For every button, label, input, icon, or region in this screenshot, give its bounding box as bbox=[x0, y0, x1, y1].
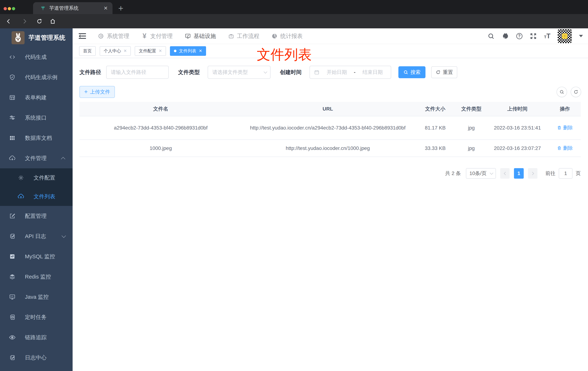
page-unit-label: 页 bbox=[576, 170, 581, 177]
nav-system-management[interactable]: 系统管理 bbox=[98, 32, 129, 40]
calendar-icon bbox=[314, 69, 320, 75]
filter-form: 文件路径 文件类型 请选择文件类型 创建时间 开始日期 - 结束日期 搜索 重置 bbox=[79, 66, 588, 79]
tag-close-icon[interactable]: ✕ bbox=[158, 49, 162, 53]
cell-file-name: 1000.jpeg bbox=[79, 145, 242, 151]
cell-url: http://test.yudao.iocoder.cn/1000.jpeg bbox=[242, 144, 414, 152]
file-path-label: 文件路径 bbox=[79, 69, 101, 76]
table-row: a294ecb2-73dd-4353-bf40-296b8931d0bf htt… bbox=[79, 116, 581, 140]
avatar-dropdown-caret-icon[interactable] bbox=[579, 35, 583, 37]
file-table: 文件名 URL 文件大小 文件类型 上传时间 操作 a294ecb2-73dd-… bbox=[79, 102, 581, 157]
sidebar-item-mysql-monitor[interactable]: MySQL 监控 bbox=[0, 246, 73, 267]
sidebar-item-api-log[interactable]: API 日志 bbox=[0, 226, 73, 246]
next-page-button[interactable] bbox=[528, 168, 537, 179]
cell-upload-time: 2022-03-16 23:51:41 bbox=[486, 125, 549, 131]
fullscreen-icon[interactable] bbox=[530, 32, 537, 40]
new-tab-button[interactable]: + bbox=[118, 3, 123, 13]
user-avatar-qr[interactable]: ⚡ bbox=[558, 29, 572, 43]
sidebar-item-java-monitor[interactable]: Java 监控 bbox=[0, 287, 73, 307]
file-path-input[interactable] bbox=[106, 66, 168, 78]
yen-icon: ¥ bbox=[141, 33, 148, 39]
table-row: 1000.jpeg http://test.yudao.iocoder.cn/1… bbox=[79, 140, 581, 157]
tag-close-icon[interactable]: ✕ bbox=[199, 49, 202, 53]
end-date-placeholder[interactable]: 结束日期 bbox=[358, 69, 387, 76]
chevron-up-icon bbox=[61, 157, 65, 161]
help-icon[interactable]: ? bbox=[516, 33, 523, 39]
cell-file-size: 33.33 KB bbox=[414, 145, 457, 151]
browser-tab-title: 芋道管理系统 bbox=[49, 5, 104, 11]
goto-page-input[interactable] bbox=[559, 168, 572, 179]
sidebar-item-file-list[interactable]: 文件列表 bbox=[0, 187, 73, 206]
pie-chart-icon bbox=[271, 33, 278, 39]
file-type-select[interactable]: 请选择文件类型 bbox=[208, 66, 271, 79]
date-range-picker[interactable]: 开始日期 - 结束日期 bbox=[310, 66, 391, 79]
reset-button[interactable]: 重置 bbox=[431, 66, 457, 78]
tag-profile[interactable]: 个人中心✕ bbox=[100, 46, 131, 56]
cell-file-size: 81.17 KB bbox=[414, 125, 457, 131]
table-toolbar: + 上传文件 bbox=[79, 86, 581, 98]
upload-file-button[interactable]: + 上传文件 bbox=[79, 86, 115, 98]
app-logo[interactable]: 芋道管理系统 bbox=[0, 28, 73, 47]
nav-payment-management[interactable]: ¥ 支付管理 bbox=[141, 32, 173, 40]
nav-infrastructure[interactable]: 基础设施 bbox=[185, 32, 216, 40]
col-file-size: 文件大小 bbox=[414, 106, 457, 112]
col-url: URL bbox=[242, 106, 414, 112]
sidebar-item-system-api[interactable]: 系统接口 bbox=[0, 108, 73, 128]
back-button[interactable] bbox=[3, 14, 14, 28]
nav-workflow[interactable]: 工作流程 bbox=[228, 32, 259, 40]
browser-tab[interactable]: 芋道管理系统 ✕ bbox=[33, 2, 113, 14]
sidebar-item-config-management[interactable]: 配置管理 bbox=[0, 206, 73, 226]
sidebar-item-code-example[interactable]: 代码生成示例 bbox=[0, 67, 73, 87]
refresh-table-button[interactable] bbox=[571, 87, 581, 97]
home-button[interactable] bbox=[47, 14, 58, 28]
chevron-down-icon bbox=[62, 233, 66, 238]
gear-icon bbox=[17, 174, 25, 182]
delete-button[interactable]: 删除 bbox=[557, 145, 573, 151]
sidebar-item-form-builder[interactable]: 表单构建 bbox=[0, 87, 73, 108]
pagination: 共 2 条 10条/页 1 前往 页 bbox=[73, 168, 581, 179]
start-date-placeholder[interactable]: 开始日期 bbox=[323, 69, 351, 76]
search-button[interactable]: 搜索 bbox=[398, 66, 425, 78]
sidebar-item-scheduled-tasks[interactable]: 定时任务 bbox=[0, 307, 73, 327]
sidebar-item-redis-monitor[interactable]: Redis 监控 bbox=[0, 267, 73, 287]
browser-tab-strip: 芋道管理系统 ✕ + bbox=[0, 0, 588, 14]
minimize-window-button[interactable] bbox=[8, 7, 11, 10]
search-icon[interactable] bbox=[487, 32, 495, 40]
sidebar-item-file-config[interactable]: 文件配置 bbox=[0, 168, 73, 187]
sidebar-item-file-management[interactable]: 文件管理 bbox=[0, 148, 73, 168]
cloud-upload-icon bbox=[17, 192, 25, 201]
sidebar: 芋道管理系统 代码生成 代码生成示例 表单构建 系统接口 数据库文档 文件管理 … bbox=[0, 28, 73, 371]
toggle-search-button[interactable] bbox=[556, 87, 567, 97]
current-page-button[interactable]: 1 bbox=[514, 168, 524, 179]
zoom-window-button[interactable] bbox=[12, 7, 15, 10]
forward-button[interactable] bbox=[19, 14, 30, 28]
tag-home[interactable]: 首页 bbox=[79, 46, 96, 56]
text-size-icon[interactable]: TT bbox=[544, 32, 550, 40]
tag-file-list[interactable]: 文件列表✕ bbox=[170, 46, 206, 56]
select-caret-icon bbox=[490, 171, 493, 175]
sidebar-item-tracing[interactable]: 链路追踪 bbox=[0, 327, 73, 348]
red-annotation-text: 文件列表 bbox=[257, 45, 312, 64]
clock-log-icon bbox=[8, 313, 16, 321]
page-size-select[interactable]: 10条/页 bbox=[466, 168, 496, 179]
create-time-label: 创建时间 bbox=[280, 69, 302, 76]
reload-button[interactable] bbox=[34, 14, 45, 28]
tag-close-icon[interactable]: ✕ bbox=[124, 49, 127, 53]
sidebar-item-db-docs[interactable]: 数据库文档 bbox=[0, 128, 73, 148]
delete-button[interactable]: 删除 bbox=[557, 125, 573, 131]
app-title: 芋道管理系统 bbox=[29, 34, 65, 42]
sidebar-collapse-icon[interactable] bbox=[79, 32, 87, 40]
monitor-wave-icon bbox=[8, 253, 16, 260]
close-window-button[interactable] bbox=[4, 7, 7, 10]
tag-file-config[interactable]: 文件配置✕ bbox=[135, 46, 166, 56]
database-table-icon bbox=[8, 134, 16, 142]
prev-page-button[interactable] bbox=[500, 168, 510, 179]
shield-check-icon bbox=[8, 73, 16, 81]
github-icon[interactable] bbox=[502, 32, 509, 40]
sidebar-item-log-center[interactable]: 日志中心 bbox=[0, 348, 73, 368]
app-header: 系统管理 ¥ 支付管理 基础设施 工作流程 统计报表 ? TT ⚡ bbox=[73, 28, 588, 44]
nav-statistics[interactable]: 统计报表 bbox=[271, 32, 303, 40]
cell-file-type: jpg bbox=[457, 145, 486, 151]
sidebar-item-code-generation[interactable]: 代码生成 bbox=[0, 47, 73, 67]
cell-file-type: jpg bbox=[457, 125, 486, 131]
tab-close-icon[interactable]: ✕ bbox=[104, 5, 108, 11]
